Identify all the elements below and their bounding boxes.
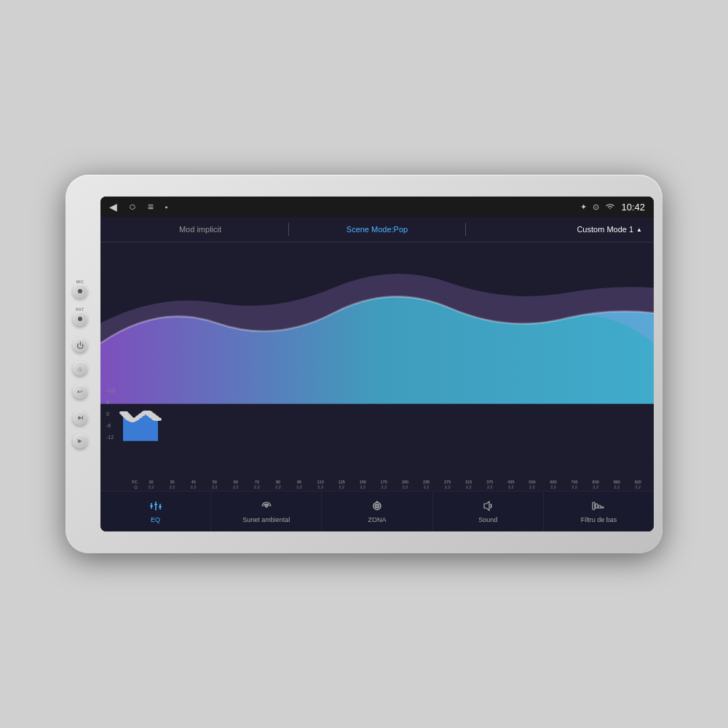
q-val-3: 2.2 [212, 485, 218, 491]
svg-point-10 [265, 505, 267, 507]
fc-val-19: 600 [550, 480, 556, 486]
home-nav-button[interactable]: ○ [129, 200, 136, 213]
q-val-11: 2.2 [381, 485, 387, 491]
zona-icon [370, 500, 384, 515]
fc-val-6: 80 [276, 480, 280, 486]
fc-val-13: 235 [423, 480, 430, 486]
wave-area [100, 242, 654, 404]
q-val-19: 2.2 [550, 485, 556, 491]
vol-down-button[interactable] [73, 434, 87, 448]
fc-val-9: 125 [339, 480, 345, 486]
device-shell: MIC RST ⏻ ⌂ ↩ [66, 175, 662, 553]
svg-rect-17 [596, 504, 598, 508]
q-val-6: 2.2 [275, 485, 281, 491]
tab-zona[interactable]: ZONA [322, 491, 432, 531]
back-nav-button[interactable]: ◀ [109, 201, 117, 213]
menu-nav-button[interactable]: ≡ [148, 201, 154, 213]
fc-val-7: 95 [297, 480, 301, 486]
dropdown-icon: ▲ [636, 226, 642, 233]
fc-val-11: 175 [381, 480, 387, 486]
slider-thumb-23[interactable] [153, 418, 162, 421]
tab-eq-label: EQ [151, 516, 160, 523]
svg-rect-19 [601, 507, 604, 508]
fcq-col-14: 2752.2 [438, 480, 457, 491]
fc-val-4: 60 [234, 480, 238, 486]
tab-sound[interactable]: Sound [433, 491, 544, 531]
fc-val-20: 700 [571, 480, 578, 486]
q-val-5: 2.2 [254, 485, 260, 491]
fcq-col-6: 802.2 [268, 480, 288, 491]
fcq-col-11: 1752.2 [374, 480, 394, 491]
vol-up-button[interactable] [73, 411, 87, 425]
q-val-13: 2.2 [424, 485, 430, 491]
fc-q-labels: FC:Q: 202.2302.2402.2502.2602.2702.2802.… [124, 480, 648, 491]
mic-button[interactable] [73, 284, 87, 298]
q-val-18: 2.2 [529, 485, 535, 491]
svg-marker-2 [79, 440, 82, 443]
svg-point-13 [376, 505, 378, 507]
tab-sound-label: Sound [478, 516, 497, 523]
fcq-col-9: 1252.2 [332, 480, 352, 491]
svg-marker-0 [79, 416, 82, 420]
fcq-col-12: 2002.2 [395, 480, 415, 491]
q-val-14: 2.2 [445, 485, 451, 491]
fc-val-8: 110 [317, 480, 324, 486]
mod-implicit[interactable]: Mod implicit [112, 225, 288, 234]
fcq-col-16: 3752.2 [480, 480, 499, 491]
back-side-button[interactable]: ↩ [73, 384, 87, 399]
fcq-col-1: 302.2 [162, 480, 182, 491]
fcq-col-17: 4352.2 [501, 480, 521, 491]
fcq-col-2: 402.2 [183, 480, 203, 491]
power-button[interactable]: ⏻ [73, 338, 87, 352]
q-val-4: 2.2 [233, 485, 239, 491]
bottom-nav: EQ Sunet ambiental [100, 491, 654, 531]
q-val-10: 2.2 [360, 485, 365, 491]
db-label-12: +12 [106, 388, 121, 393]
svg-rect-16 [593, 502, 595, 510]
tab-eq[interactable]: EQ [100, 491, 211, 531]
db-label-neg6: -6 [106, 423, 121, 428]
fc-val-14: 275 [444, 480, 451, 486]
home-side-button[interactable]: ⌂ [73, 361, 87, 376]
recents-nav-button[interactable]: ▪ [165, 203, 168, 211]
status-time: 10:42 [621, 202, 645, 213]
custom-mode[interactable]: Custom Mode 1 ▲ [466, 225, 642, 234]
db-label-neg12: -12 [106, 435, 121, 440]
fcq-col-19: 6002.2 [543, 480, 563, 491]
fcq-col-23: 9202.2 [628, 480, 648, 491]
fcq-col-0: 202.2 [141, 480, 161, 491]
fcq-col-20: 7002.2 [565, 480, 585, 491]
fc-val-12: 200 [402, 480, 408, 486]
fcq-col-10: 1502.2 [353, 480, 373, 491]
tab-zona-label: ZONA [368, 516, 387, 523]
db-label-6: 6 [106, 400, 121, 405]
fc-val-18: 500 [529, 480, 535, 486]
q-val-16: 2.2 [487, 485, 493, 491]
eq-icon [149, 500, 163, 515]
sound-icon [480, 500, 495, 515]
tab-bass[interactable]: Filtru de bas [544, 491, 654, 531]
ambient-icon [259, 500, 274, 515]
rst-button[interactable] [73, 312, 87, 326]
bass-icon [591, 500, 606, 515]
fc-val-5: 70 [255, 480, 259, 486]
side-buttons: MIC RST ⏻ ⌂ ↩ [73, 280, 87, 448]
scene-mode[interactable]: Scene Mode:Pop [289, 225, 465, 234]
wave-svg [100, 242, 654, 404]
q-val-20: 2.2 [571, 485, 577, 491]
q-val-23: 2.2 [636, 485, 641, 491]
fcq-col-7: 952.2 [290, 480, 309, 491]
nav-buttons: ◀ ○ ≡ ▪ [109, 200, 167, 213]
fc-val-16: 375 [486, 480, 493, 486]
svg-marker-15 [484, 502, 489, 510]
bluetooth-icon: ✦ [580, 202, 587, 212]
q-val-17: 2.2 [508, 485, 514, 491]
q-val-9: 2.2 [339, 485, 344, 491]
q-val-12: 2.2 [403, 485, 408, 491]
fcq-col-3: 502.2 [205, 480, 224, 491]
tab-ambient[interactable]: Sunet ambiental [211, 491, 322, 531]
fcq-col-8: 1102.2 [311, 480, 331, 491]
fc-val-2: 40 [191, 480, 196, 486]
fc-val-21: 800 [593, 480, 599, 486]
fcq-col-4: 602.2 [226, 480, 245, 491]
